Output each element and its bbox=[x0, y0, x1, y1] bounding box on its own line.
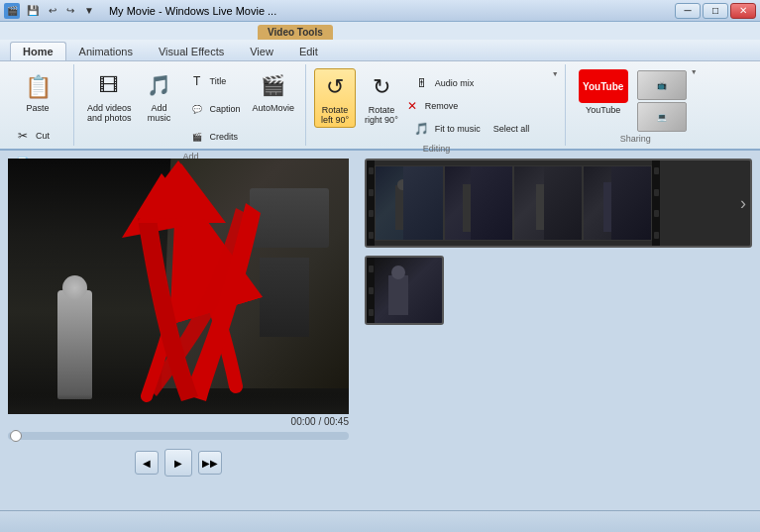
film-frame-4[interactable] bbox=[583, 165, 652, 241]
fit-music-icon: 🎵 bbox=[412, 119, 432, 139]
quick-access-dropdown[interactable]: ▼ bbox=[81, 4, 97, 17]
floor bbox=[8, 394, 349, 414]
sprocket-6 bbox=[654, 189, 659, 196]
video-preview: 00:00 / 00:45 ◀ ▶ ▶▶ bbox=[0, 151, 357, 510]
quick-access-save[interactable]: 💾 bbox=[24, 4, 42, 17]
automovie-label: AutoMovie bbox=[253, 103, 295, 113]
person-figure bbox=[57, 290, 92, 399]
thumbnail-content bbox=[367, 258, 442, 323]
title-button[interactable]: T Title bbox=[182, 68, 246, 94]
editing-dropdown-arrow[interactable]: ▼ bbox=[552, 70, 559, 77]
rotate-left-icon: ↺ bbox=[319, 71, 351, 103]
video-canvas bbox=[8, 159, 349, 414]
audio-mix-label: Audio mix bbox=[435, 78, 475, 88]
youtube-button[interactable]: YouTube YouTube bbox=[574, 66, 633, 118]
tab-visual-effects[interactable]: Visual Effects bbox=[146, 42, 237, 60]
sharing-dropdown-arrow[interactable]: ▼ bbox=[691, 68, 698, 75]
audio-mix-icon: 🎚 bbox=[412, 73, 432, 93]
thumb-sprocket-2 bbox=[369, 287, 374, 294]
sprocket-8 bbox=[654, 232, 659, 239]
title-left: 🎬 💾 ↩ ↪ ▼ My Movie - Windows Live Movie … bbox=[4, 3, 276, 19]
prev-frame-button[interactable]: ◀ bbox=[135, 451, 159, 475]
sprocket-7 bbox=[654, 210, 659, 217]
sharing-option-2[interactable]: 💻 bbox=[637, 102, 687, 132]
cut-label: Cut bbox=[36, 131, 50, 141]
filmstrip-container: › bbox=[365, 159, 752, 248]
thumb-sprocket-1 bbox=[369, 266, 374, 272]
tab-home[interactable]: Home bbox=[10, 42, 66, 60]
add-videos-button[interactable]: 🎞 Add videos and photos bbox=[82, 66, 137, 126]
sharing-option-1[interactable]: 📺 bbox=[637, 70, 687, 100]
sprocket-4 bbox=[369, 232, 374, 239]
select-all-button[interactable]: Select all bbox=[489, 121, 548, 137]
automovie-button[interactable]: 🎬 AutoMovie bbox=[248, 66, 300, 116]
add-videos-label: Add videos and photos bbox=[87, 103, 132, 123]
add-content: 🎞 Add videos and photos 🎵 Add music T Ti… bbox=[82, 66, 299, 150]
fit-to-music-label: Fit to music bbox=[435, 124, 481, 134]
close-button[interactable]: ✕ bbox=[730, 3, 756, 19]
caption-icon: 💬 bbox=[187, 99, 207, 119]
film-frame-1[interactable] bbox=[375, 165, 444, 241]
fit-to-music-button[interactable]: 🎵 Fit to music bbox=[407, 116, 486, 142]
ribbon-tabs: Home Animations Visual Effects View Edit bbox=[0, 40, 760, 61]
remove-label: Remove bbox=[425, 101, 459, 111]
scrubber-handle[interactable] bbox=[10, 430, 22, 442]
tab-animations[interactable]: Animations bbox=[66, 42, 146, 60]
audio-mix-button[interactable]: 🎚 Audio mix bbox=[407, 70, 480, 96]
caption-label: Caption bbox=[210, 104, 241, 114]
add-music-icon: 🎵 bbox=[144, 69, 175, 101]
machine-part-1 bbox=[250, 188, 329, 248]
credits-button[interactable]: 🎬 Credits bbox=[182, 124, 246, 150]
filmstrip-next-arrow[interactable]: › bbox=[740, 193, 746, 214]
scrubber-bar[interactable] bbox=[8, 432, 349, 440]
cut-icon: ✂ bbox=[13, 126, 33, 146]
machine-part-2 bbox=[260, 258, 309, 337]
thumbnail-container[interactable] bbox=[365, 256, 444, 325]
rotate-right-label: Rotate right 90° bbox=[365, 105, 398, 125]
video-tools-tab[interactable]: Video Tools bbox=[258, 25, 333, 40]
youtube-icon: YouTube bbox=[579, 69, 628, 103]
add-music-button[interactable]: 🎵 Add music bbox=[139, 66, 180, 126]
film-frame-3[interactable] bbox=[513, 165, 583, 241]
paste-button[interactable]: 📋 Paste bbox=[13, 66, 62, 118]
title-label: Title bbox=[210, 76, 227, 86]
remove-button[interactable]: Remove bbox=[420, 98, 480, 114]
tab-view[interactable]: View bbox=[237, 42, 286, 60]
quick-access-redo[interactable]: ↪ bbox=[63, 4, 77, 17]
sprocket-2 bbox=[369, 189, 374, 196]
status-bar bbox=[0, 510, 760, 532]
title-icon: T bbox=[187, 71, 207, 91]
rotate-left-button[interactable]: ↺ Rotate left 90° bbox=[314, 68, 356, 128]
add-videos-icon: 🎞 bbox=[93, 69, 125, 101]
video-frame bbox=[8, 159, 349, 414]
play-button[interactable]: ▶ bbox=[164, 449, 192, 477]
editing-group: ↺ Rotate left 90° ↻ Rotate right 90° 🎚 A… bbox=[308, 64, 566, 146]
rotate-right-button[interactable]: ↻ Rotate right 90° bbox=[360, 68, 403, 128]
thumb-head bbox=[391, 266, 405, 279]
credits-label: Credits bbox=[210, 132, 239, 142]
rotate-right-icon: ↻ bbox=[366, 71, 397, 103]
next-frame-button[interactable]: ▶▶ bbox=[198, 451, 222, 475]
cut-button[interactable]: ✂ Cut bbox=[8, 123, 67, 149]
quick-access-undo[interactable]: ↩ bbox=[46, 4, 59, 17]
sprocket-1 bbox=[369, 167, 374, 174]
video-controls: ◀ ▶ ▶▶ bbox=[8, 449, 349, 477]
maximize-button[interactable]: □ bbox=[703, 3, 728, 19]
thumb-sprocket-strip bbox=[367, 258, 375, 323]
sharing-label: Sharing bbox=[620, 132, 651, 144]
title-text: My Movie - Windows Live Movie ... bbox=[109, 5, 276, 17]
tab-edit[interactable]: Edit bbox=[286, 42, 331, 60]
credits-icon: 🎬 bbox=[187, 127, 207, 147]
caption-button[interactable]: 💬 Caption bbox=[182, 96, 246, 122]
sharing-group: YouTube YouTube 📺 💻 ▼ Sharing bbox=[568, 64, 704, 146]
paste-label: Paste bbox=[26, 103, 49, 113]
thumb-person bbox=[388, 275, 408, 315]
title-controls: ─ □ ✕ bbox=[675, 3, 756, 19]
title-bar: 🎬 💾 ↩ ↪ ▼ My Movie - Windows Live Movie … bbox=[0, 0, 760, 22]
film-frame-2[interactable] bbox=[444, 165, 513, 241]
minimize-button[interactable]: ─ bbox=[675, 3, 701, 19]
video-tools-bar: Video Tools bbox=[0, 22, 760, 40]
left-sprockets bbox=[367, 160, 375, 246]
video-time: 00:00 / 00:45 bbox=[8, 414, 349, 429]
right-sprockets bbox=[652, 160, 660, 246]
